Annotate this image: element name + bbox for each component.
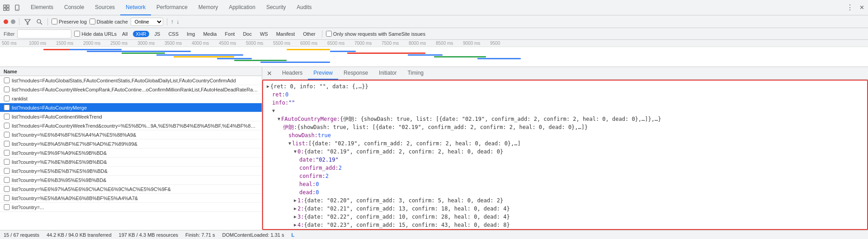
- request-item[interactable]: list?country=%E5%8A%A0%E6%8B%BF%E5%A4%A7…: [0, 194, 262, 203]
- request-name: list?country=%E6%84%8F%E5%A4%A7%E5%88%A9…: [12, 132, 258, 138]
- expand-arrow[interactable]: ▼: [272, 107, 275, 115]
- request-item[interactable]: list?country=%E7%8E%B8%E5%9B%BD&: [0, 158, 262, 167]
- import-har-button[interactable]: ↑: [171, 18, 174, 25]
- record-button[interactable]: [4, 19, 8, 24]
- request-item[interactable]: list?country=%E6%97%A5%E6%9C%AC%E6%9C%AC…: [0, 185, 262, 194]
- filter-icon[interactable]: [23, 17, 32, 26]
- dom-content-loaded: DOMContentLoaded: 1.31 s: [222, 232, 284, 238]
- filter-input[interactable]: [17, 29, 71, 38]
- request-checkbox[interactable]: [4, 114, 10, 120]
- request-checkbox[interactable]: [4, 123, 10, 129]
- request-item[interactable]: list?country=%E6%B3%95%E5%9B%BD&: [0, 176, 262, 185]
- tab-sources[interactable]: Sources: [90, 0, 120, 15]
- close-detail-button[interactable]: ✕: [264, 70, 275, 77]
- request-checkbox[interactable]: [4, 141, 10, 147]
- detail-tab-preview[interactable]: Preview: [308, 67, 338, 80]
- filter-other[interactable]: Other: [300, 31, 318, 37]
- request-item[interactable]: list?country=%E5%BE%B7%E5%9B%BD&: [0, 167, 262, 176]
- filter-row: Filter Hide data URLs All XHR JS CSS Img…: [0, 28, 868, 40]
- filter-ws[interactable]: WS: [257, 31, 271, 37]
- hide-data-urls-checkbox[interactable]: Hide data URLs: [74, 31, 117, 37]
- request-item[interactable]: list?country=%E9%9F%A9%E5%9B%BD&: [0, 148, 262, 158]
- json-tree-line: showDash: true: [267, 131, 863, 139]
- disable-cache-checkbox[interactable]: Disable cache: [90, 19, 128, 24]
- request-item[interactable]: list?modules=FAutoCountryWeekCompRank,FA…: [0, 85, 262, 94]
- preserve-log-checkbox[interactable]: Preserve log: [52, 19, 87, 24]
- expand-arrow[interactable]: ▶: [267, 82, 269, 91]
- expand-arrow[interactable]: ▶: [294, 221, 297, 229]
- undock-icon[interactable]: ✕: [857, 3, 866, 12]
- request-item[interactable]: list?modules=FAutoGlobalStatis,FAutoCont…: [0, 76, 262, 85]
- detail-tab-response[interactable]: Response: [338, 67, 373, 80]
- request-checkbox[interactable]: [4, 204, 10, 210]
- detail-tab-headers[interactable]: Headers: [277, 67, 308, 80]
- inspect-icon[interactable]: [2, 3, 11, 12]
- request-item[interactable]: list?modules=FAutoContinentWeekTrend: [0, 112, 262, 121]
- timeline-bar: [408, 54, 443, 56]
- request-name: list?country=%E6%97%A5%E6%9C%AC%E6%9C%AC…: [12, 186, 258, 192]
- ruler-tick: 9000 ms: [463, 41, 490, 46]
- request-checkbox[interactable]: [4, 186, 10, 192]
- request-item[interactable]: list?modules=FAutoCountryMerge: [0, 103, 262, 112]
- expand-arrow[interactable]: ▶: [294, 196, 297, 205]
- detail-tab-initiator[interactable]: Initiator: [373, 67, 402, 80]
- expand-arrow[interactable]: ▼: [278, 115, 280, 123]
- request-checkbox[interactable]: [4, 86, 10, 92]
- request-checkbox[interactable]: [4, 195, 10, 201]
- filter-xhr[interactable]: XHR: [133, 31, 149, 37]
- request-name: ranklist: [12, 96, 258, 101]
- filter-js[interactable]: JS: [152, 31, 163, 37]
- request-name: list?modules=FAutoCountryMerge: [12, 105, 258, 110]
- filter-font[interactable]: Font: [222, 31, 237, 37]
- json-tree-line: dead: 0: [267, 188, 863, 196]
- request-item[interactable]: list?country=...: [0, 203, 262, 212]
- request-checkbox[interactable]: [4, 105, 10, 110]
- filter-all[interactable]: All: [119, 31, 130, 37]
- export-har-button[interactable]: ↓: [176, 18, 179, 25]
- ruler-tick: 6500 ms: [327, 41, 354, 46]
- request-checkbox[interactable]: [4, 159, 10, 165]
- tab-performance[interactable]: Performance: [151, 0, 193, 15]
- expand-arrow[interactable]: ▶: [294, 229, 297, 230]
- request-item[interactable]: list?country=%E6%84%8F%E5%A4%A7%E5%88%A9…: [0, 130, 262, 139]
- request-checkbox[interactable]: [4, 168, 10, 174]
- request-item[interactable]: list?country=%E8%A5%BF%E7%8F%AD%E7%89%99…: [0, 139, 262, 148]
- expand-arrow[interactable]: ▶: [294, 205, 297, 213]
- detail-tab-timing[interactable]: Timing: [402, 67, 429, 80]
- transferred-size: 44.2 KB / 94.0 KB transferred: [47, 232, 112, 238]
- tab-audits[interactable]: Audits: [291, 0, 317, 15]
- request-name: list?country=%E5%BE%B7%E5%9B%BD&: [12, 168, 258, 174]
- mobile-icon[interactable]: [13, 3, 22, 12]
- request-item[interactable]: list?modules=FAutoCountryWeekTrend&count…: [0, 121, 262, 130]
- request-checkbox[interactable]: [4, 77, 10, 83]
- filter-doc[interactable]: Doc: [240, 31, 255, 37]
- tab-console[interactable]: Console: [59, 0, 90, 15]
- devtools-icons: [2, 3, 22, 12]
- ruler-tick: 5500 ms: [273, 41, 300, 46]
- tab-network[interactable]: Network: [120, 0, 151, 15]
- request-name: list?country=%E7%8E%B8%E5%9B%BD&: [12, 159, 258, 165]
- expand-arrow[interactable]: ▶: [294, 213, 297, 221]
- request-checkbox[interactable]: [4, 132, 10, 138]
- network-throttle-select[interactable]: Online Fast 3G Slow 3G Offline: [131, 18, 163, 26]
- same-site-checkbox[interactable]: Only show requests with SameSite issues: [326, 31, 425, 37]
- expand-arrow[interactable]: ▼: [294, 148, 297, 156]
- tab-application[interactable]: Application: [223, 0, 261, 15]
- filter-manifest[interactable]: Manifest: [274, 31, 298, 37]
- request-item[interactable]: ranklist: [0, 94, 262, 103]
- request-checkbox[interactable]: [4, 177, 10, 183]
- tab-security[interactable]: Security: [261, 0, 291, 15]
- more-options-button[interactable]: ⋮: [843, 3, 857, 12]
- search-icon[interactable]: [35, 17, 44, 26]
- filter-media[interactable]: Media: [200, 31, 219, 37]
- tab-memory[interactable]: Memory: [193, 0, 223, 15]
- request-checkbox[interactable]: [4, 96, 10, 101]
- tab-elements[interactable]: Elements: [25, 0, 59, 15]
- request-checkbox[interactable]: [4, 150, 10, 156]
- clear-button[interactable]: [11, 19, 15, 24]
- json-value: true: [318, 131, 331, 139]
- ruler-tick: 7500 ms: [382, 41, 409, 46]
- filter-css[interactable]: CSS: [165, 31, 181, 37]
- filter-img[interactable]: Img: [184, 31, 198, 37]
- expand-arrow[interactable]: ▼: [288, 139, 291, 148]
